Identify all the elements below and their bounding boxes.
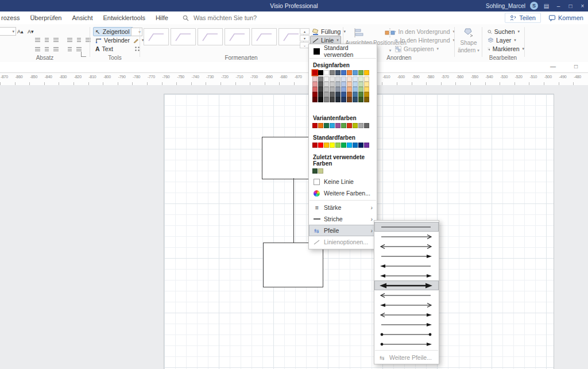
tab-entwicklertools[interactable]: Entwicklertools — [98, 11, 150, 24]
arrow-style-option[interactable] — [374, 310, 439, 320]
tab-ueberpruefen[interactable]: Überprüfen — [25, 11, 67, 24]
color-swatch[interactable] — [330, 87, 335, 92]
color-swatch[interactable] — [335, 82, 341, 87]
color-swatch[interactable] — [312, 143, 318, 148]
color-swatch[interactable] — [358, 143, 363, 148]
arrow-style-option[interactable] — [374, 320, 439, 329]
color-swatch[interactable] — [353, 143, 358, 148]
color-swatch[interactable] — [364, 143, 369, 148]
color-swatch[interactable] — [330, 70, 335, 75]
share-button[interactable]: Teilen — [505, 13, 541, 23]
arrow-style-option[interactable] — [374, 261, 439, 271]
color-swatch[interactable] — [364, 92, 369, 97]
color-swatch[interactable] — [353, 70, 358, 75]
color-swatch[interactable] — [358, 87, 363, 92]
color-swatch[interactable] — [341, 82, 346, 87]
color-swatch[interactable] — [364, 97, 369, 102]
arrow-style-option[interactable] — [374, 339, 439, 349]
color-swatch[interactable] — [318, 97, 323, 102]
color-swatch[interactable] — [347, 143, 352, 148]
send-to-back-button[interactable]: In den Hintergrund ▾ — [393, 36, 457, 45]
color-swatch[interactable] — [318, 76, 323, 82]
color-swatch[interactable] — [330, 76, 335, 82]
color-swatch[interactable] — [341, 70, 346, 75]
color-swatch[interactable] — [341, 97, 346, 102]
restore-icon[interactable]: □ — [567, 3, 574, 9]
color-swatch[interactable] — [358, 92, 363, 97]
color-swatch[interactable] — [324, 143, 329, 148]
shape-style-preview[interactable] — [225, 28, 250, 45]
tell-me-search[interactable] — [183, 14, 275, 22]
color-swatch[interactable] — [358, 70, 363, 75]
color-swatch[interactable] — [318, 70, 323, 75]
color-swatch[interactable] — [324, 70, 329, 75]
valign-top-button[interactable] — [33, 45, 42, 53]
color-swatch[interactable] — [318, 82, 323, 87]
window-restore-icon[interactable]: □ — [574, 63, 578, 70]
menu-item-weight[interactable]: ≡ Stärke › — [309, 202, 377, 213]
color-swatch[interactable] — [335, 70, 341, 75]
arrow-style-option[interactable] — [374, 222, 439, 232]
connector-tool-button[interactable]: Verbinder — [93, 36, 133, 45]
gallery-down-icon[interactable]: ▾ — [300, 35, 310, 41]
arrow-style-option[interactable] — [374, 241, 439, 251]
color-swatch[interactable] — [364, 82, 369, 87]
shape-style-preview[interactable] — [171, 28, 196, 45]
change-shape-button[interactable]: Shape ändern ▾ — [457, 26, 481, 53]
color-swatch[interactable] — [364, 87, 369, 92]
arrow-style-option[interactable] — [374, 300, 439, 310]
text-tool-button[interactable]: A Text — [93, 44, 124, 53]
tab-ansicht[interactable]: Ansicht — [67, 11, 98, 24]
color-swatch[interactable] — [353, 87, 358, 92]
color-swatch[interactable] — [341, 92, 346, 97]
color-swatch[interactable] — [364, 123, 369, 128]
color-swatch[interactable] — [358, 82, 363, 87]
color-swatch[interactable] — [318, 92, 323, 97]
color-swatch[interactable] — [353, 82, 358, 87]
arrow-style-option[interactable] — [374, 251, 439, 261]
align-center-button[interactable] — [42, 36, 51, 44]
pointer-options-dropdown[interactable]: ▾ — [131, 28, 142, 36]
connection-point-tool-button[interactable] — [132, 44, 146, 53]
color-swatch[interactable] — [364, 70, 369, 75]
select-button[interactable]: Markieren ▾ — [485, 44, 527, 53]
color-swatch[interactable] — [353, 92, 358, 97]
comments-button[interactable]: Kommen — [544, 13, 588, 22]
color-swatch[interactable] — [324, 123, 329, 128]
color-swatch[interactable] — [335, 97, 341, 102]
connector-line[interactable] — [293, 178, 294, 243]
arrow-style-option[interactable] — [374, 280, 439, 290]
color-swatch[interactable] — [312, 87, 318, 92]
color-swatch[interactable] — [341, 87, 346, 92]
group-shapes-button[interactable]: Gruppieren ▾ — [393, 44, 442, 53]
color-swatch[interactable] — [324, 87, 329, 92]
menu-item-arrows[interactable]: ⇆ Pfeile › — [309, 225, 377, 236]
color-swatch[interactable] — [330, 82, 335, 87]
color-swatch[interactable] — [335, 76, 341, 82]
horizontal-ruler[interactable]: -870-860-850-840-830-820-810-800-790-780… — [0, 73, 588, 86]
window-minimize-icon[interactable]: — — [550, 63, 556, 70]
color-swatch[interactable] — [318, 143, 323, 148]
menu-item-standard-color[interactable]: Standard verwenden — [309, 45, 377, 57]
shape-style-preview[interactable] — [144, 28, 169, 45]
color-swatch[interactable] — [335, 123, 341, 128]
color-swatch[interactable] — [312, 76, 318, 82]
arrow-style-option[interactable] — [374, 271, 439, 280]
color-swatch[interactable] — [364, 76, 369, 82]
color-swatch[interactable] — [318, 168, 323, 174]
color-swatch[interactable] — [318, 123, 323, 128]
color-swatch[interactable] — [358, 76, 363, 82]
color-swatch[interactable] — [312, 168, 318, 174]
shape-style-preview[interactable] — [198, 28, 223, 45]
find-button[interactable]: Suchen ▾ — [485, 27, 522, 36]
font-size-combobox[interactable]: ▾ — [0, 27, 16, 36]
color-swatch[interactable] — [330, 143, 335, 148]
color-swatch[interactable] — [335, 87, 341, 92]
gallery-up-icon[interactable]: ▴ — [300, 28, 310, 34]
color-swatch[interactable] — [312, 70, 318, 75]
menu-item-more-colors[interactable]: Weitere Farben... — [309, 187, 377, 199]
layers-button[interactable]: Layer ▾ — [485, 36, 519, 45]
color-swatch[interactable] — [358, 97, 363, 102]
color-swatch[interactable] — [353, 97, 358, 102]
color-swatch[interactable] — [335, 143, 341, 148]
